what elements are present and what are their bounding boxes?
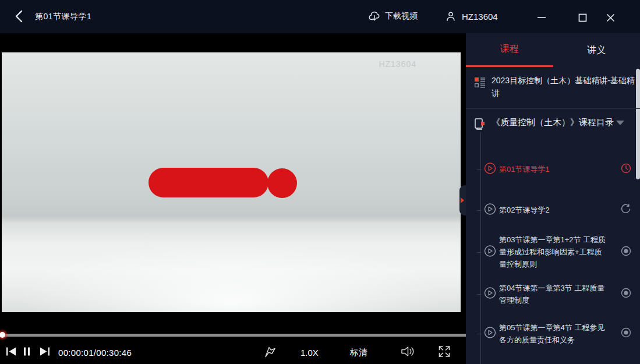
video-player: HZ13604 00:00:01/00:30:46 1.0X 标清	[0, 33, 466, 364]
tab-handout[interactable]: 讲义	[553, 33, 640, 67]
lesson-item-2[interactable]: 第02节课导学2	[466, 204, 640, 216]
minimize-button[interactable]	[533, 10, 550, 24]
seek-bar-knob[interactable]	[0, 332, 5, 338]
play-circle-icon	[484, 203, 496, 217]
divider	[466, 108, 640, 109]
maximize-icon	[578, 13, 587, 22]
close-icon	[606, 13, 615, 22]
sidebar-collapse-handle[interactable]	[459, 185, 466, 215]
fullscreen-icon	[437, 345, 451, 359]
replay-icon	[620, 203, 631, 217]
directory-title: 《质量控制（土木）》课程目录	[492, 117, 636, 128]
player-controls: 00:00:01/00:30:46 1.0X 标清	[0, 341, 466, 364]
pause-button[interactable]	[22, 346, 31, 359]
user-account[interactable]: HZ13604	[444, 9, 498, 23]
chevron-left-icon	[14, 10, 24, 23]
sidebar-tabs: 课程 讲义	[466, 33, 640, 67]
volume-button[interactable]	[399, 345, 416, 361]
lesson-label: 第04节课第一章第3节 工程质量管理制度	[499, 282, 609, 306]
lesson-label: 第02节课导学2	[499, 204, 609, 216]
time-display: 00:00:01/00:30:46	[58, 348, 132, 358]
seek-bar[interactable]	[0, 334, 466, 337]
play-circle-icon	[484, 287, 496, 302]
pause-icon	[22, 346, 31, 358]
course-list-icon	[474, 77, 486, 91]
lesson-label: 第03节课第一章第1+2节 工程质量形成过程和影响因素+工程质量控制原则	[499, 234, 609, 270]
maximize-button[interactable]	[574, 10, 591, 24]
clock-icon	[621, 163, 631, 176]
username-label: HZ13604	[462, 12, 498, 22]
close-button[interactable]	[602, 10, 618, 24]
download-video-button[interactable]: 下载视频	[368, 10, 418, 23]
flag-button[interactable]	[263, 344, 278, 361]
video-watermark: HZ13604	[379, 59, 416, 69]
lesson-label: 第05节课第一章第4节 工程参见各方的质量责任和义务	[499, 321, 609, 346]
tree-tick	[477, 169, 482, 170]
tree-tick	[477, 252, 482, 253]
next-button[interactable]	[38, 346, 51, 359]
video-red-pill-graphic	[148, 168, 268, 197]
speed-button[interactable]: 1.0X	[300, 348, 319, 358]
sidebar: 课程 讲义 2023目标控制（土木）基础精讲-基础精讲	[466, 33, 640, 364]
tree-tick	[477, 210, 482, 211]
lesson-label: 第01节课导学1	[499, 163, 609, 175]
lesson-item-4[interactable]: 第04节课第一章第3节 工程质量管理制度	[466, 282, 640, 306]
play-circle-icon	[484, 245, 496, 259]
arrow-right-icon	[461, 197, 464, 203]
next-icon	[38, 346, 51, 358]
previous-button[interactable]	[5, 346, 17, 359]
video-red-circle-graphic	[267, 168, 297, 198]
tree-tick	[477, 294, 482, 295]
book-bookmark-icon	[473, 117, 487, 133]
progress-dot-icon	[621, 288, 631, 301]
volume-icon	[399, 345, 416, 359]
lesson-item-3[interactable]: 第03节课第一章第1+2节 工程质量形成过程和影响因素+工程质量控制原则	[466, 234, 640, 270]
course-title: 2023目标控制（土木）基础精讲-基础精讲	[492, 74, 636, 100]
course-header[interactable]: 2023目标控制（土木）基础精讲-基础精讲	[466, 74, 636, 100]
sidebar-content: 2023目标控制（土木）基础精讲-基础精讲 《质量控制（土木）》课程目录	[466, 67, 640, 364]
progress-dot-icon	[621, 327, 631, 340]
user-icon	[444, 9, 457, 23]
minimize-icon	[537, 13, 546, 22]
back-button[interactable]	[12, 10, 27, 24]
previous-icon	[5, 346, 17, 358]
app-window: 第01节课导学1 下载视频 HZ13604	[0, 0, 640, 364]
lesson-item-1[interactable]: 第01节课导学1	[466, 163, 640, 175]
titlebar: 第01节课导学1 下载视频 HZ13604	[0, 0, 640, 33]
play-circle-icon	[484, 162, 496, 176]
video-surface[interactable]: HZ13604	[2, 52, 461, 312]
tab-course[interactable]: 课程	[466, 33, 553, 67]
fullscreen-button[interactable]	[437, 345, 451, 361]
flag-icon	[263, 344, 278, 359]
play-circle-icon	[484, 327, 496, 341]
lesson-item-5[interactable]: 第05节课第一章第4节 工程参见各方的质量责任和义务	[466, 321, 640, 346]
chevron-down-icon[interactable]	[616, 121, 624, 125]
progress-dot-icon	[621, 246, 631, 259]
quality-button[interactable]: 标清	[350, 347, 367, 358]
download-video-label: 下载视频	[385, 11, 418, 22]
directory-header[interactable]: 《质量控制（土木）》课程目录	[466, 117, 636, 128]
tree-tick	[477, 334, 482, 334]
cloud-download-icon	[368, 10, 381, 23]
page-title: 第01节课导学1	[35, 12, 91, 22]
